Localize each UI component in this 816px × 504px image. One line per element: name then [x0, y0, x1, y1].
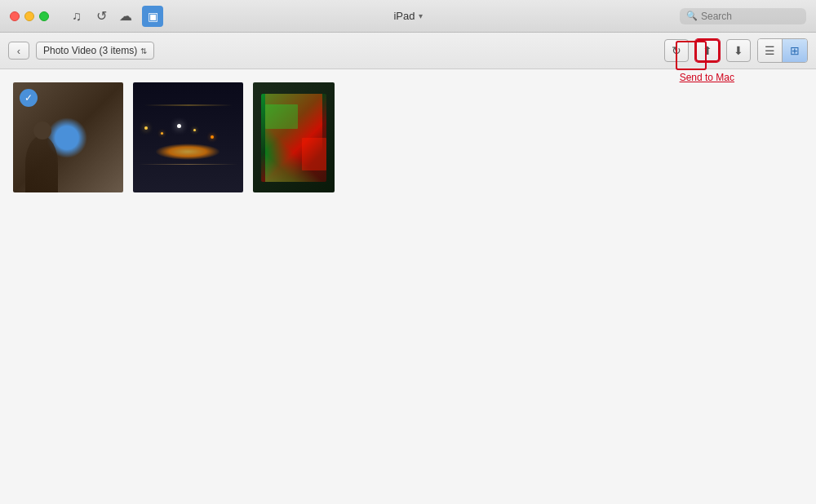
cloud-icon: ☁: [118, 8, 134, 24]
check-icon: ✓: [24, 92, 33, 104]
photo-item-3[interactable]: [253, 82, 335, 192]
back-button[interactable]: ‹: [8, 42, 29, 60]
search-icon: 🔍: [686, 11, 698, 21]
title-chevron: ▾: [419, 11, 423, 20]
grid-view-icon: ⊞: [790, 44, 800, 57]
folder-arrows-icon: ⇅: [140, 46, 147, 55]
import-icon: ⬇: [734, 44, 743, 57]
folder-label: Photo Video (3 items): [43, 45, 137, 56]
refresh-icon: ↺: [93, 8, 109, 24]
view-toggle: ☰ ⊞: [757, 38, 808, 63]
search-bar[interactable]: 🔍: [680, 8, 806, 24]
selection-check-1: ✓: [20, 89, 38, 107]
minimize-button[interactable]: [24, 11, 34, 21]
music-icon: ♫: [69, 8, 85, 24]
list-view-icon: ☰: [765, 44, 775, 57]
photo-item-1[interactable]: ✓: [13, 82, 123, 192]
folder-selector[interactable]: Photo Video (3 items) ⇅: [36, 42, 154, 60]
device-title: iPad: [393, 10, 415, 22]
refresh-button[interactable]: ↻: [664, 39, 689, 62]
list-view-button[interactable]: ☰: [758, 39, 783, 62]
ipad-icon: ▣: [142, 6, 163, 27]
title-bar: ♫ ↺ ☁ ▣ iPad ▾ 🔍: [0, 0, 816, 33]
maximize-button[interactable]: [39, 11, 49, 21]
refresh-icon: ↻: [672, 44, 681, 57]
title-icons: ♫ ↺ ☁ ▣: [69, 6, 163, 27]
close-button[interactable]: [10, 11, 20, 21]
import-button[interactable]: ⬇: [726, 39, 751, 62]
search-input[interactable]: [701, 11, 800, 22]
traffic-lights: [10, 11, 49, 21]
send-to-mac-button[interactable]: ⬆: [695, 39, 720, 62]
content-area: ✓: [0, 69, 816, 206]
toolbar: ‹ Photo Video (3 items) ⇅ ↻ ⬆ ⬇ ☰ ⊞: [0, 33, 816, 69]
grid-view-button[interactable]: ⊞: [783, 39, 807, 62]
send-to-mac-icon: ⬆: [703, 44, 712, 57]
back-icon: ‹: [17, 45, 20, 57]
photo-item-2[interactable]: [133, 82, 243, 192]
title-center: iPad ▾: [393, 10, 422, 22]
